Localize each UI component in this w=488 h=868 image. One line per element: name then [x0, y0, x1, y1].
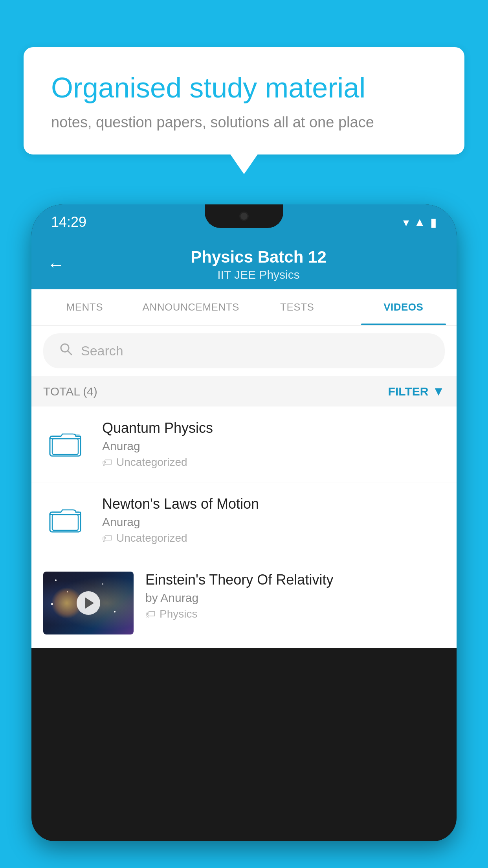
star-decoration: [102, 583, 103, 585]
tab-videos[interactable]: VIDEOS: [350, 289, 457, 325]
tab-tests[interactable]: TESTS: [244, 289, 350, 325]
video-title: Newton's Laws of Motion: [102, 496, 445, 512]
video-title: Einstein's Theory Of Relativity: [145, 572, 445, 588]
tag-label: Physics: [160, 608, 197, 620]
bubble-subtitle: notes, question papers, solutions all at…: [51, 114, 437, 131]
search-container: Search: [31, 326, 457, 376]
video-tag: 🏷 Physics: [145, 608, 445, 620]
video-author: Anurag: [102, 515, 445, 529]
signal-icon: ▲: [414, 215, 426, 229]
tag-icon: 🏷: [102, 456, 112, 469]
item-info-einstein: Einstein's Theory Of Relativity by Anura…: [145, 572, 445, 620]
phone-notch: [205, 204, 283, 228]
star-decoration: [55, 579, 57, 581]
back-button[interactable]: ←: [47, 255, 64, 274]
camera-dot: [239, 211, 249, 221]
tag-label: Uncategorized: [116, 456, 187, 469]
list-item[interactable]: Newton's Laws of Motion Anurag 🏷 Uncateg…: [31, 482, 457, 558]
filter-button[interactable]: FILTER ▼: [388, 384, 445, 399]
search-bar[interactable]: Search: [43, 333, 445, 368]
phone-inner: 14:29 ▾ ▲ ▮ ← Physics Batch 12 IIT JEE P…: [31, 204, 457, 841]
tag-icon: 🏷: [145, 608, 156, 620]
content-list: Quantum Physics Anurag 🏷 Uncategorized: [31, 406, 457, 648]
video-author: by Anurag: [145, 591, 445, 605]
item-info-quantum: Quantum Physics Anurag 🏷 Uncategorized: [102, 420, 445, 469]
tag-icon: 🏷: [102, 532, 112, 544]
item-thumbnail-newton: [43, 496, 90, 543]
filter-bar: TOTAL (4) FILTER ▼: [31, 376, 457, 406]
header-title-area: Physics Batch 12 IIT JEE Physics: [76, 248, 441, 281]
filter-icon: ▼: [432, 384, 445, 399]
video-title: Quantum Physics: [102, 420, 445, 436]
phone-frame: 14:29 ▾ ▲ ▮ ← Physics Batch 12 IIT JEE P…: [31, 204, 457, 841]
search-placeholder: Search: [81, 343, 123, 359]
tag-label: Uncategorized: [116, 532, 187, 544]
video-tag: 🏷 Uncategorized: [102, 456, 445, 469]
video-author: Anurag: [102, 440, 445, 453]
list-item[interactable]: Einstein's Theory Of Relativity by Anura…: [31, 558, 457, 648]
speech-bubble-area: Organised study material notes, question…: [24, 47, 464, 154]
bubble-title: Organised study material: [51, 71, 437, 105]
tabs-bar: MENTS ANNOUNCEMENTS TESTS VIDEOS: [31, 289, 457, 326]
speech-bubble: Organised study material notes, question…: [24, 47, 464, 154]
header-subtitle: IIT JEE Physics: [76, 268, 441, 281]
total-count: TOTAL (4): [43, 385, 97, 398]
status-time: 14:29: [51, 214, 86, 230]
filter-label: FILTER: [388, 385, 429, 398]
item-info-newton: Newton's Laws of Motion Anurag 🏷 Uncateg…: [102, 496, 445, 544]
tab-announcements[interactable]: ANNOUNCEMENTS: [138, 289, 244, 325]
item-thumbnail-quantum: [43, 420, 90, 467]
phone-container: 14:29 ▾ ▲ ▮ ← Physics Batch 12 IIT JEE P…: [31, 204, 457, 868]
play-button[interactable]: [77, 591, 100, 615]
status-icons: ▾ ▲ ▮: [403, 215, 437, 229]
battery-icon: ▮: [430, 215, 437, 229]
wifi-icon: ▾: [403, 215, 409, 229]
list-item[interactable]: Quantum Physics Anurag 🏷 Uncategorized: [31, 406, 457, 482]
tab-ments[interactable]: MENTS: [31, 289, 138, 325]
search-icon: [59, 342, 73, 360]
svg-line-1: [68, 351, 72, 355]
item-thumbnail-einstein: [43, 572, 134, 634]
svg-rect-7: [52, 515, 78, 530]
video-tag: 🏷 Uncategorized: [102, 532, 445, 544]
app-header: ← Physics Batch 12 IIT JEE Physics: [31, 236, 457, 289]
play-triangle-icon: [85, 598, 94, 609]
svg-rect-4: [52, 439, 78, 454]
star-decoration: [114, 611, 116, 612]
header-title: Physics Batch 12: [76, 248, 441, 267]
